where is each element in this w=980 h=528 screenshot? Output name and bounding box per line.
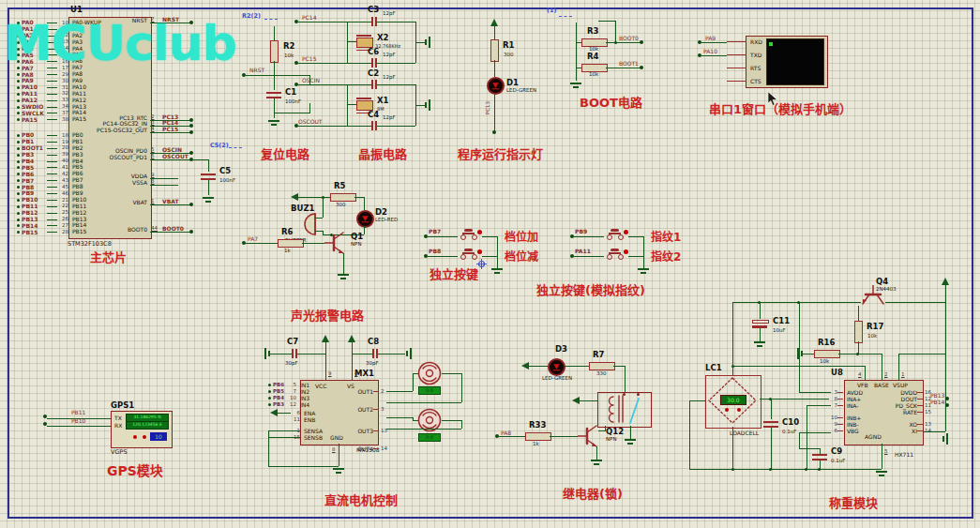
u1-pin-boot0[interactable]: BOOT044BOOT0: [84, 226, 195, 234]
pin-name: DOUT: [846, 397, 917, 402]
c6-capacitor[interactable]: [371, 58, 373, 68]
mx-pin-row[interactable]: 11ENB: [291, 416, 328, 423]
c10-capacitor[interactable]: [763, 421, 778, 423]
u1-pb-pins-outer[interactable]: PB018PB119BOOT120PB339PB440PB541PB642PB7…: [17, 132, 68, 235]
q4-transistor[interactable]: [861, 285, 885, 309]
pin-name: RATE: [846, 410, 917, 415]
hx-pin-row[interactable]: DVDD16: [846, 389, 935, 396]
push-button[interactable]: [604, 249, 628, 260]
power-arrow-icon: [572, 397, 580, 404]
power-arrow-icon: [291, 193, 298, 201]
hx-pin-row[interactable]: RATE15: [846, 409, 935, 415]
r1-resistor[interactable]: [490, 39, 499, 62]
hx-pin-row[interactable]: 10INB+: [829, 415, 876, 421]
hx-pin-row[interactable]: XO13: [846, 421, 935, 428]
mx-pin-row[interactable]: PB312IN4: [268, 401, 328, 408]
u1-pin-row[interactable]: PB1528: [17, 229, 68, 235]
r2-resistor[interactable]: [270, 40, 279, 63]
d1-led[interactable]: [487, 77, 505, 95]
mx-out3[interactable]: OUT313: [330, 428, 386, 434]
c9-capacitor[interactable]: [812, 454, 827, 456]
r7-resistor[interactable]: [589, 362, 615, 370]
wire: [47, 219, 57, 220]
c7-capacitor[interactable]: [292, 349, 294, 358]
c2-capacitor[interactable]: [371, 80, 373, 89]
power-arrow-icon: [490, 19, 498, 26]
hx-pin-row[interactable]: DOUT12: [846, 396, 935, 402]
r6-resistor[interactable]: [278, 239, 304, 248]
key-function-label: 指纹2: [651, 248, 681, 264]
motor1[interactable]: [417, 361, 442, 385]
d2-led[interactable]: [356, 210, 374, 228]
u1-pin-oscout[interactable]: OSCOUT_PD16OSCOUT: [84, 154, 195, 161]
c5-capacitor[interactable]: [201, 173, 216, 175]
terminal-screen[interactable]: [766, 38, 824, 85]
mx-pin-row[interactable]: 1SENSA: [291, 428, 332, 434]
pin-number: 10: [829, 415, 837, 421]
net-label: PB7: [20, 178, 47, 184]
ground-symbol: [491, 268, 503, 276]
q12-transistor[interactable]: [578, 424, 602, 448]
key-function-label: 档位加: [505, 228, 538, 244]
r1-ref: R1: [503, 41, 514, 50]
d3-led[interactable]: [548, 358, 565, 376]
u1-pin-vssa[interactable]: VSSA8: [84, 179, 195, 187]
wire: [47, 193, 57, 194]
mx-out1[interactable]: OUT12: [330, 388, 386, 395]
buzzer-symbol[interactable]: [298, 212, 317, 236]
mx-pin-row[interactable]: PB57IN2: [268, 388, 328, 395]
gps-count-box[interactable]: 10: [150, 432, 167, 441]
pin-number: 15: [291, 435, 300, 441]
boot-annotation: (1): [547, 8, 556, 14]
q1-transistor[interactable]: [324, 231, 349, 255]
mx-pin-row[interactable]: 6ENA: [291, 410, 328, 416]
pin-number: 43: [57, 178, 68, 184]
wire: [47, 94, 57, 95]
r16-resistor[interactable]: [814, 350, 840, 358]
terminal-dot: [189, 230, 193, 234]
c7-ref: C7: [287, 338, 298, 346]
pin-number: 22: [57, 204, 68, 209]
c4-capacitor[interactable]: [371, 121, 373, 130]
u1-pin-pc15[interactable]: PC15-OSC32_OUT4PC15: [84, 127, 195, 134]
mx-pin-row[interactable]: PB410IN3: [268, 395, 328, 401]
mx-out2[interactable]: OUT23: [330, 406, 386, 413]
motor2-display: 0.0: [418, 433, 441, 442]
motor-section-label: 直流电机控制: [324, 494, 398, 506]
c11-capacitor[interactable]: [752, 320, 769, 324]
r17-resistor[interactable]: [854, 321, 863, 343]
q12-value: NPN: [606, 437, 617, 443]
boot-button[interactable]: [574, 11, 598, 23]
r33-resistor[interactable]: [525, 432, 551, 441]
pin-number: 37: [57, 111, 68, 116]
r33-value: 1k: [533, 442, 539, 447]
net-label: PB9: [575, 228, 587, 234]
mx-pin-row[interactable]: 15SENSB: [291, 434, 332, 441]
u1-pin-row[interactable]: PA1538: [17, 116, 68, 123]
serial-section-label: 串口1窗口（模拟手机端）: [709, 103, 852, 115]
q1-ref: Q1: [351, 233, 363, 241]
pin-number: 1: [291, 429, 300, 434]
wire: [47, 100, 57, 101]
wire: [47, 107, 57, 108]
hx-pin-row[interactable]: XI14: [846, 428, 935, 434]
c11-value: 10uF: [773, 328, 786, 334]
gps-section-label: GPS模块: [107, 464, 163, 477]
u1-pin-vbat[interactable]: VBAT1VBAT: [84, 199, 195, 206]
c8-capacitor[interactable]: [372, 349, 374, 358]
relay-switch-blade[interactable]: [626, 395, 641, 425]
push-button[interactable]: [604, 229, 628, 240]
c1-capacitor[interactable]: [266, 92, 281, 94]
mx-pin-row[interactable]: PB65IN1: [268, 382, 328, 388]
c3-capacitor[interactable]: [371, 17, 373, 26]
key-row: PA11指纹2: [570, 247, 701, 266]
pa10-net: PA10: [703, 49, 717, 54]
r4-value: 10k: [589, 72, 598, 78]
push-button[interactable]: [458, 229, 482, 240]
ground-symbol: [876, 471, 887, 478]
hx-pin-row[interactable]: PD_SCK11: [846, 402, 935, 409]
wire: [628, 236, 643, 237]
wire: [47, 200, 57, 201]
mx-gnd-num: 8: [332, 447, 336, 453]
r5-resistor[interactable]: [330, 193, 356, 202]
